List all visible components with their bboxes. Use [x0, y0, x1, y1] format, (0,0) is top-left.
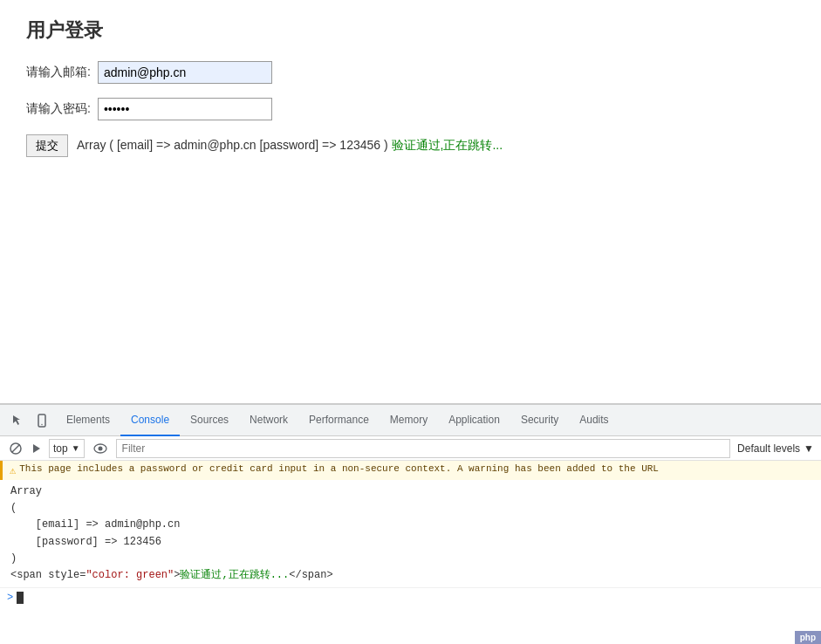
clear-console-icon[interactable] [7, 440, 24, 457]
result-text: Array ( [email] => admin@php.cn [passwor… [77, 138, 503, 154]
tab-network[interactable]: Network [239, 405, 298, 436]
result-array-text: Array ( [email] => admin@php.cn [passwor… [77, 138, 388, 152]
svg-line-3 [12, 444, 20, 452]
tab-performance[interactable]: Performance [298, 405, 380, 436]
console-log-block: Array ( [email] => admin@php.cn [passwor… [0, 480, 821, 588]
console-toolbar: top ▼ Default levels ▼ [0, 436, 821, 461]
tab-elements[interactable]: Elements [56, 405, 120, 436]
play-icon[interactable] [28, 440, 45, 457]
tab-security[interactable]: Security [510, 405, 569, 436]
tab-sources[interactable]: Sources [180, 405, 239, 436]
email-form-row: 请输入邮箱: [26, 61, 795, 84]
devtools-toolbar: Elements Console Sources Network Perform… [0, 405, 821, 436]
page-title: 用户登录 [26, 17, 795, 44]
password-form-row: 请输入密码: [26, 98, 795, 120]
tab-memory[interactable]: Memory [380, 405, 438, 436]
svg-marker-4 [33, 444, 40, 453]
submit-row: 提交 Array ( [email] => admin@php.cn [pass… [26, 134, 795, 157]
context-dropdown-icon: ▼ [72, 443, 80, 453]
warning-icon: ⚠ [10, 464, 16, 477]
html-tag-open: <span style="color: green"> [10, 569, 180, 581]
password-label: 请输入密码: [26, 101, 91, 117]
result-green-text: 验证通过,正在跳转... [392, 138, 503, 152]
context-label: top [53, 442, 68, 455]
warning-text: This page includes a password or credit … [19, 463, 659, 474]
main-page: 用户登录 请输入邮箱: 请输入密码: 提交 Array ( [email] =>… [0, 0, 821, 404]
default-levels-arrow: ▼ [804, 442, 814, 455]
html-tag-close: </span> [289, 569, 332, 581]
filter-input[interactable] [116, 439, 730, 458]
password-input[interactable] [98, 98, 272, 120]
console-content: ⚠ This page includes a password or credi… [0, 461, 821, 644]
log-line-2: [email] => admin@php.cn [10, 517, 811, 533]
svg-point-1 [41, 423, 42, 424]
submit-button[interactable]: 提交 [26, 134, 68, 157]
warning-message: ⚠ This page includes a password or credi… [0, 461, 821, 480]
eye-icon[interactable] [92, 440, 109, 457]
html-green-content: 验证通过,正在跳转... [180, 569, 289, 581]
log-line-1: ( [10, 500, 811, 517]
log-line-0: Array [10, 483, 811, 500]
prompt-cursor [17, 592, 24, 604]
prompt-arrow-icon: > [7, 592, 13, 604]
tab-console[interactable]: Console [120, 405, 180, 436]
default-levels-label[interactable]: Default levels ▼ [737, 442, 814, 455]
console-prompt-line[interactable]: > [0, 588, 821, 607]
php-badge: php [795, 631, 821, 644]
log-line-4: ) [10, 551, 811, 567]
email-input[interactable] [98, 61, 272, 84]
device-toolbar-icon[interactable] [31, 410, 52, 431]
tab-audits[interactable]: Audits [569, 405, 619, 436]
log-line-html: <span style="color: green">验证通过,正在跳转...<… [10, 567, 811, 584]
email-label: 请输入邮箱: [26, 65, 91, 80]
inspect-icon[interactable] [7, 410, 28, 431]
log-line-3: [password] => 123456 [10, 534, 811, 551]
svg-point-6 [98, 446, 102, 450]
context-selector[interactable]: top ▼ [49, 439, 85, 458]
tab-application[interactable]: Application [438, 405, 510, 436]
devtools-panel: Elements Console Sources Network Perform… [0, 404, 821, 644]
